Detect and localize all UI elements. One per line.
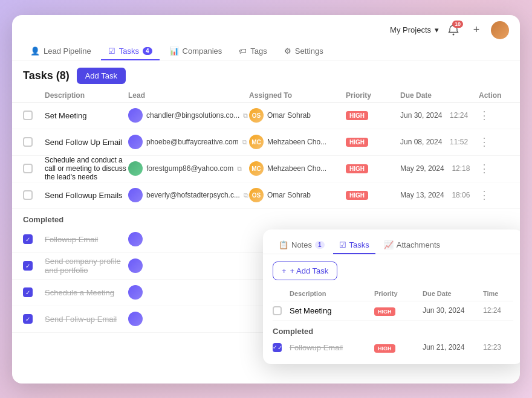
- table-header: Description Lead Assigned To Priority Du…: [12, 89, 520, 103]
- companies-icon: 📊: [169, 47, 179, 56]
- tasks-icon: ☑: [108, 47, 115, 56]
- notification-button[interactable]: 10: [445, 22, 462, 39]
- add-button[interactable]: +: [468, 22, 485, 39]
- tags-icon: 🏷: [239, 47, 247, 56]
- col-priority: Priority: [346, 91, 400, 100]
- user-avatar[interactable]: [491, 21, 509, 39]
- button-label: + Add Task: [290, 266, 329, 275]
- col-description: Description: [290, 290, 374, 297]
- row-date: May 29, 2024 12:18: [400, 164, 479, 173]
- row-more-button[interactable]: ⋮: [479, 110, 490, 121]
- row-lead: [128, 232, 249, 246]
- lead-avatar: [128, 285, 143, 300]
- lead-avatar: [128, 232, 143, 246]
- tab-companies[interactable]: 📊 Companies: [162, 43, 230, 60]
- copy-icon[interactable]: ⧉: [243, 112, 248, 120]
- completed-section-header: Completed: [12, 209, 520, 226]
- svg-point-0: [453, 33, 455, 35]
- overlay-completed-header: Completed: [273, 321, 513, 338]
- overlay-tab-tasks[interactable]: ☑ Tasks: [333, 237, 375, 254]
- assigned-avatar: MC: [249, 135, 264, 149]
- overlay-body: + + Add Task Description Priority Due Da…: [263, 254, 520, 364]
- overlay-priority-badge: HIGH: [374, 307, 395, 316]
- col-due-date: Due Date: [400, 91, 479, 100]
- row-lead: beverly@hofstadterpsych.c... ⧉: [128, 188, 249, 202]
- priority-badge: HIGH: [346, 164, 368, 173]
- overlay-completed-row: ✓ Followup Email HIGH Jun 21, 2024 12:23: [273, 338, 513, 357]
- row-assigned: OS Omar Sohrab: [249, 108, 346, 123]
- row-checkbox[interactable]: [23, 190, 33, 200]
- row-assigned: MC Mehzabeen Cho...: [249, 135, 346, 149]
- overlay-row-description: Set Meeting: [290, 306, 374, 315]
- tab-label: Settings: [295, 47, 323, 56]
- col-priority: Priority: [374, 290, 423, 297]
- overlay-completed-description: Followup Email: [290, 343, 374, 352]
- col-time: Time: [483, 290, 513, 297]
- lead-avatar: [128, 258, 143, 273]
- col-check: [23, 91, 45, 100]
- row-lead: phoebe@buffaycreative.com ⧉: [128, 135, 249, 149]
- row-description: Schedule and conduct a call or meeting t…: [45, 156, 128, 181]
- overlay-priority-badge: HIGH: [374, 344, 395, 353]
- tab-lead-pipeline[interactable]: 👤 Lead Pipeline: [23, 43, 99, 60]
- col-description: Description: [45, 91, 128, 100]
- project-label: My Projects: [390, 25, 431, 34]
- table-row: Set Meeting chandler@bingsolutions.co...…: [12, 103, 520, 129]
- tab-label: Tags: [250, 47, 267, 56]
- project-selector[interactable]: My Projects ▾: [390, 25, 439, 34]
- overlay-completed-time: 12:23: [483, 343, 513, 351]
- tab-settings[interactable]: ⚙ Settings: [277, 43, 331, 60]
- col-action: Action: [479, 91, 509, 100]
- row-assigned: OS Omar Sohrab: [249, 188, 346, 202]
- row-description: Send Foliw-up Email: [45, 315, 128, 324]
- chevron-down-icon: ▾: [435, 25, 439, 34]
- overlay-table-header: Description Priority Due Date Time: [273, 287, 513, 301]
- overlay-completed-checkbox[interactable]: ✓: [273, 343, 282, 352]
- row-checkbox[interactable]: [23, 261, 33, 271]
- row-more-button[interactable]: ⋮: [479, 190, 490, 201]
- copy-icon[interactable]: ⧉: [244, 191, 248, 199]
- settings-icon: ⚙: [284, 47, 291, 56]
- overlay-tab-notes[interactable]: 📋 Notes 1: [273, 237, 331, 254]
- row-checkbox[interactable]: [23, 164, 33, 173]
- tab-tags[interactable]: 🏷 Tags: [232, 43, 274, 60]
- row-description: Send Follow Up Email: [45, 138, 128, 147]
- notes-badge: 1: [315, 241, 325, 249]
- tab-label: Notes: [291, 240, 312, 249]
- assigned-avatar: OS: [249, 108, 264, 123]
- copy-icon[interactable]: ⧉: [242, 138, 247, 146]
- lead-avatar: [128, 108, 143, 123]
- overlay-panel: 📋 Notes 1 ☑ Tasks 📈 Attachments + + Add …: [263, 229, 520, 364]
- overlay-tab-attachments[interactable]: 📈 Attachments: [378, 237, 446, 254]
- col-assigned: Assigned To: [249, 91, 346, 100]
- overlay-add-task-button[interactable]: + + Add Task: [273, 262, 337, 280]
- tab-label: Tasks: [349, 240, 369, 249]
- row-checkbox[interactable]: [23, 234, 33, 244]
- notification-badge: 10: [452, 21, 463, 28]
- row-more-button[interactable]: ⋮: [479, 163, 490, 174]
- tab-label: Attachments: [397, 240, 440, 249]
- col-due-date: Due Date: [423, 290, 483, 297]
- copy-icon[interactable]: ⧉: [237, 165, 242, 173]
- tasks-badge: 4: [143, 47, 152, 55]
- table-row: Send Follow Up Email phoebe@buffaycreati…: [12, 129, 520, 156]
- row-checkbox[interactable]: [23, 287, 33, 297]
- overlay-row-checkbox[interactable]: [273, 306, 282, 315]
- row-more-button[interactable]: ⋮: [479, 136, 490, 147]
- notes-icon: 📋: [279, 240, 288, 249]
- row-description: Set Meeting: [45, 111, 128, 120]
- row-lead: [128, 258, 249, 273]
- priority-badge: HIGH: [346, 138, 368, 147]
- tab-tasks[interactable]: ☑ Tasks 4: [101, 43, 160, 60]
- row-checkbox[interactable]: [23, 111, 33, 120]
- row-checkbox[interactable]: [23, 314, 33, 324]
- overlay-row-date: Jun 30, 2024: [423, 306, 483, 315]
- overlay-row-time: 12:24: [483, 306, 513, 315]
- tab-label: Tasks: [119, 47, 139, 56]
- row-lead: chandler@bingsolutions.co... ⧉: [128, 108, 249, 123]
- tab-label: Companies: [183, 47, 222, 56]
- top-bar: My Projects ▾ 10 +: [12, 15, 520, 39]
- add-task-button[interactable]: Add Task: [77, 68, 126, 84]
- row-checkbox[interactable]: [23, 137, 33, 147]
- overlay-table-row: Set Meeting HIGH Jun 30, 2024 12:24: [273, 301, 513, 321]
